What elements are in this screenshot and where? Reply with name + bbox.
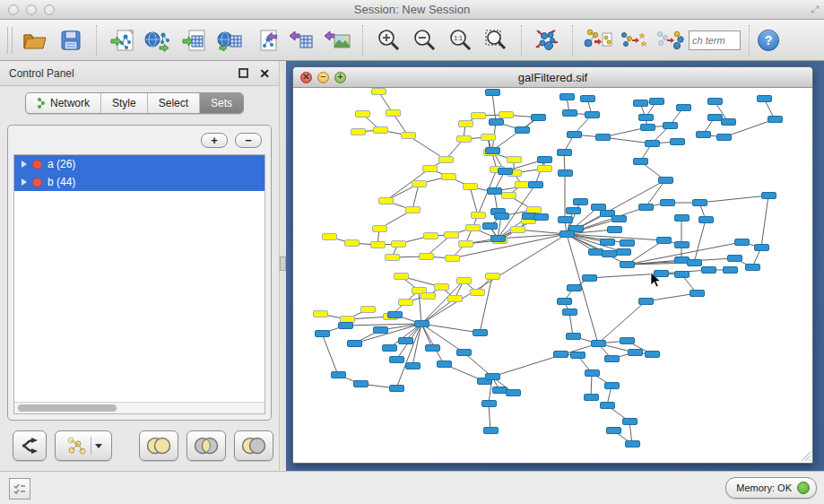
- network-frame-titlebar[interactable]: ✕ − + galFiltered.sif: [293, 67, 812, 88]
- import-network-file-button[interactable]: [105, 23, 139, 57]
- graph-node[interactable]: [566, 333, 581, 340]
- graph-node[interactable]: [757, 95, 772, 102]
- graph-node[interactable]: [482, 222, 498, 230]
- graph-node[interactable]: [389, 356, 404, 363]
- graph-node[interactable]: [372, 225, 387, 232]
- graph-node[interactable]: [355, 110, 370, 117]
- scrollbar-thumb[interactable]: [18, 404, 117, 412]
- graph-node[interactable]: [584, 394, 599, 401]
- graph-node[interactable]: [660, 199, 675, 206]
- graph-node[interactable]: [456, 349, 472, 356]
- graph-node[interactable]: [696, 131, 711, 138]
- graph-node[interactable]: [573, 198, 588, 205]
- graph-node[interactable]: [438, 156, 454, 163]
- close-panel-icon[interactable]: ✕: [259, 67, 270, 80]
- graph-node[interactable]: [373, 326, 388, 334]
- graph-node[interactable]: [421, 292, 436, 300]
- graph-node[interactable]: [553, 351, 568, 358]
- graph-node[interactable]: [458, 120, 473, 127]
- graph-node[interactable]: [638, 204, 654, 211]
- graph-node[interactable]: [585, 369, 600, 377]
- graph-node[interactable]: [649, 98, 664, 105]
- graph-node[interactable]: [670, 138, 685, 145]
- graph-node[interactable]: [656, 237, 672, 244]
- graph-node[interactable]: [625, 440, 640, 448]
- graph-node[interactable]: [419, 253, 434, 260]
- graph-node[interactable]: [373, 126, 388, 134]
- graph-node[interactable]: [401, 132, 416, 139]
- graph-node[interactable]: [490, 235, 506, 242]
- graph-node[interactable]: [723, 266, 738, 274]
- graph-node[interactable]: [633, 158, 648, 165]
- network-canvas[interactable]: [293, 88, 812, 463]
- graph-node[interactable]: [645, 351, 660, 358]
- graph-node[interactable]: [483, 427, 499, 434]
- graph-node[interactable]: [471, 212, 486, 219]
- graph-node[interactable]: [351, 128, 366, 135]
- graph-node[interactable]: [701, 266, 716, 274]
- graph-node[interactable]: [423, 232, 438, 239]
- panel-divider[interactable]: [280, 61, 286, 471]
- graph-node[interactable]: [405, 362, 421, 369]
- graph-node[interactable]: [465, 224, 481, 231]
- graph-node[interactable]: [721, 118, 736, 126]
- union-sets-button[interactable]: [139, 430, 178, 461]
- graph-node[interactable]: [768, 116, 783, 123]
- graph-node[interactable]: [463, 183, 478, 190]
- graph-node[interactable]: [470, 289, 485, 296]
- graph-node[interactable]: [338, 322, 353, 329]
- tab-style[interactable]: Style: [101, 93, 148, 113]
- graph-node[interactable]: [485, 147, 500, 154]
- hide-selected-button[interactable]: [617, 23, 651, 57]
- graph-node[interactable]: [716, 134, 732, 141]
- graph-node[interactable]: [389, 385, 404, 392]
- graph-node[interactable]: [607, 226, 622, 233]
- graph-node[interactable]: [322, 233, 337, 240]
- graph-node[interactable]: [611, 215, 627, 222]
- graph-node[interactable]: [620, 261, 635, 268]
- graph-node[interactable]: [562, 308, 577, 316]
- graph-node[interactable]: [628, 349, 643, 356]
- tab-network[interactable]: Network: [26, 93, 101, 113]
- graph-node[interactable]: [385, 254, 400, 261]
- graph-node[interactable]: [434, 283, 449, 291]
- graph-node[interactable]: [591, 340, 606, 347]
- zoom-actual-button[interactable]: 1:1: [443, 23, 477, 57]
- graph-node[interactable]: [570, 352, 585, 359]
- graph-node[interactable]: [687, 259, 702, 266]
- graph-node[interactable]: [398, 299, 413, 306]
- graph-node[interactable]: [437, 361, 452, 368]
- graph-node[interactable]: [405, 206, 421, 213]
- graph-node[interactable]: [344, 239, 360, 247]
- graph-node[interactable]: [622, 418, 638, 425]
- graph-node[interactable]: [698, 216, 714, 223]
- graph-node[interactable]: [394, 273, 409, 280]
- graph-node[interactable]: [559, 93, 575, 100]
- graph-node[interactable]: [745, 264, 760, 271]
- zoom-out-button[interactable]: [407, 23, 441, 57]
- expand-triangle-icon[interactable]: [22, 178, 27, 186]
- graph-node[interactable]: [633, 100, 648, 107]
- task-history-button[interactable]: [9, 478, 30, 500]
- zoom-selected-button[interactable]: [479, 23, 513, 57]
- graph-node[interactable]: [447, 295, 463, 302]
- graph-node[interactable]: [387, 311, 403, 318]
- export-network-button[interactable]: [248, 23, 282, 57]
- graph-node[interactable]: [602, 250, 617, 257]
- graph-node[interactable]: [458, 240, 473, 248]
- graph-node[interactable]: [386, 109, 401, 117]
- graph-node[interactable]: [654, 270, 669, 277]
- graph-node[interactable]: [481, 400, 497, 407]
- graph-node[interactable]: [674, 241, 690, 248]
- graph-node[interactable]: [501, 192, 516, 199]
- graph-node[interactable]: [658, 177, 673, 184]
- first-neighbors-button[interactable]: [581, 23, 615, 57]
- graph-node[interactable]: [487, 187, 502, 195]
- graph-node[interactable]: [558, 216, 573, 223]
- graph-node[interactable]: [580, 95, 595, 102]
- graph-node[interactable]: [600, 402, 615, 409]
- graph-node[interactable]: [557, 298, 572, 305]
- graph-node[interactable]: [531, 114, 546, 121]
- graph-node[interactable]: [606, 427, 621, 434]
- fullscreen-icon[interactable]: ⤢: [811, 4, 819, 15]
